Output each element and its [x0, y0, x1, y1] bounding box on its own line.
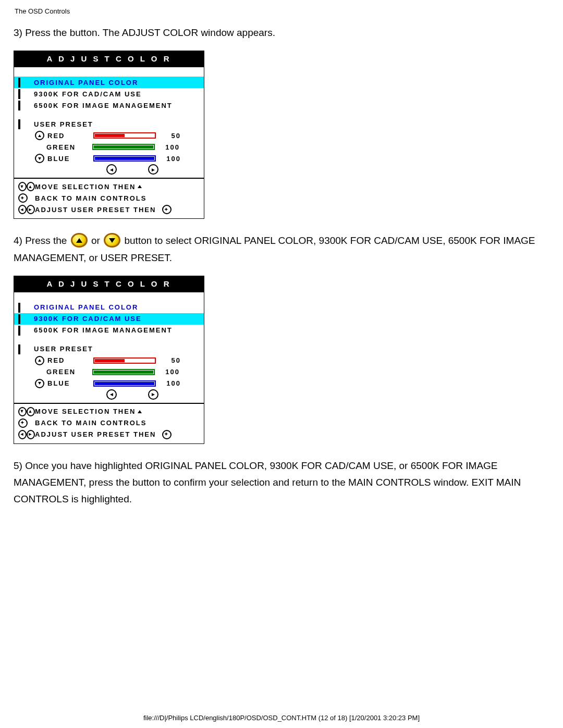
osd-item-user-preset: USER PRESET — [14, 118, 204, 130]
rgb-label: RED — [47, 132, 89, 140]
osd-foot-label: MOVE SELECTION THEN — [35, 408, 136, 415]
preset-box-icon — [18, 344, 20, 354]
slider-red — [93, 357, 156, 364]
osd-item-label: 6500K FOR IMAGE MANAGEMENT — [34, 326, 173, 334]
rgb-label: BLUE — [47, 379, 89, 387]
ok-icon: ✦ — [18, 418, 28, 428]
text-fragment: or — [91, 235, 103, 246]
osd-foot-line-1: ▼▲ MOVE SELECTION THEN — [18, 181, 200, 192]
color-swatch-icon — [18, 303, 20, 313]
preset-box-icon — [18, 89, 20, 99]
osd-item-label: 6500K FOR IMAGE MANAGEMENT — [34, 102, 173, 109]
rgb-label: BLUE — [47, 155, 89, 163]
osd-item-6500k: 6500K FOR IMAGE MANAGEMENT — [14, 100, 204, 111]
osd-foot-label: ADJUST USER PRESET THEN — [35, 430, 156, 438]
osd-item-6500k: 6500K FOR IMAGE MANAGEMENT — [14, 325, 204, 336]
osd-foot-line-3: ◄► ADJUST USER PRESET THEN ✦ — [18, 429, 200, 440]
osd-window-2: A D J U S T C O L O R ORIGINAL PANEL COL… — [14, 276, 204, 444]
osd-item-9300k: 9300K FOR CAD/CAM USE — [14, 313, 204, 325]
osd-title: A D J U S T C O L O R — [14, 51, 204, 67]
osd-item-9300k: 9300K FOR CAD/CAM USE — [14, 88, 204, 100]
left-arrow-icon: ◄ — [18, 430, 27, 439]
left-arrow-icon: ◄ — [18, 205, 27, 214]
rgb-row-red: RED 50 — [14, 130, 204, 141]
rgb-value: 100 — [159, 143, 180, 151]
down-arrow-icon: ▼ — [18, 182, 27, 191]
rgb-value: 50 — [160, 132, 181, 140]
osd-foot-line-1: ▼▲ MOVE SELECTION THEN — [18, 406, 200, 417]
osd-item-original: ORIGINAL PANEL COLOR — [14, 77, 204, 88]
rgb-row-blue: BLUE 100 — [14, 153, 204, 164]
osd-item-label: ORIGINAL PANEL COLOR — [34, 79, 138, 87]
up-arrow-icon — [35, 131, 44, 140]
preset-box-icon — [18, 314, 20, 324]
right-arrow-icon: ► — [27, 205, 35, 214]
osd-foot-line-2: ✦ BACK TO MAIN CONTROLS — [18, 417, 200, 429]
left-arrow-icon: ◄ — [106, 389, 117, 400]
osd-title: A D J U S T C O L O R — [14, 276, 204, 292]
down-button-icon — [104, 233, 120, 248]
down-arrow-icon — [35, 379, 44, 388]
osd-foot-line-2: ✦ BACK TO MAIN CONTROLS — [18, 192, 200, 204]
preset-box-icon — [18, 326, 20, 336]
up-arrow-icon: ▲ — [27, 182, 35, 191]
osd-item-user-preset: USER PRESET — [14, 343, 204, 355]
osd-item-original: ORIGINAL PANEL COLOR — [14, 302, 204, 313]
left-right-arrows: ◄ ► — [61, 164, 204, 175]
rgb-label: RED — [47, 356, 89, 364]
page-footer: file:///D|/Philips LCD/english/180P/OSD/… — [0, 714, 563, 722]
osd-foot-label: MOVE SELECTION THEN — [35, 183, 136, 191]
rgb-value: 100 — [159, 368, 180, 376]
rgb-row-blue: BLUE 100 — [14, 378, 204, 389]
enter-icon — [138, 185, 142, 188]
slider-blue — [93, 380, 156, 387]
left-arrow-icon: ◄ — [106, 164, 117, 175]
preset-box-icon — [18, 101, 20, 110]
slider-blue — [93, 155, 156, 162]
rgb-row-red: RED 50 — [14, 355, 204, 366]
osd-foot-label: BACK TO MAIN CONTROLS — [35, 194, 146, 202]
osd-item-label: 9300K FOR CAD/CAM USE — [34, 315, 142, 323]
rgb-row-green: GREEN 100 — [14, 141, 204, 153]
up-arrow-icon: ▲ — [27, 407, 35, 416]
down-arrow-icon — [35, 154, 44, 163]
step-5-text: 5) Once you have highlighted ORIGINAL PA… — [14, 458, 549, 508]
osd-foot-label: ADJUST USER PRESET THEN — [35, 206, 156, 214]
down-arrow-icon: ▼ — [18, 407, 27, 416]
rgb-value: 100 — [160, 379, 181, 387]
text-fragment: 4) Press the — [14, 235, 70, 246]
slider-green — [92, 144, 155, 150]
page-header: The OSD Controls — [15, 7, 549, 15]
step-3-text: 3) Press the button. The ADJUST COLOR wi… — [14, 24, 549, 41]
right-arrow-icon: ► — [148, 389, 158, 400]
enter-icon — [138, 410, 142, 413]
osd-item-label: USER PRESET — [34, 120, 93, 128]
ok-icon: ✦ — [162, 430, 172, 439]
rgb-row-green: GREEN 100 — [14, 366, 204, 378]
right-arrow-icon: ► — [27, 430, 35, 439]
rgb-value: 100 — [160, 155, 181, 163]
osd-foot-label: BACK TO MAIN CONTROLS — [35, 419, 146, 427]
slider-green — [92, 369, 155, 375]
right-arrow-icon: ► — [148, 164, 158, 175]
preset-box-icon — [18, 119, 20, 129]
ok-icon: ✦ — [18, 193, 28, 203]
osd-item-label: ORIGINAL PANEL COLOR — [34, 303, 138, 311]
step-4-text: 4) Press the or button to select ORIGINA… — [14, 232, 549, 266]
up-arrow-icon — [35, 356, 44, 365]
osd-item-label: 9300K FOR CAD/CAM USE — [34, 90, 142, 98]
slider-red — [93, 132, 156, 139]
rgb-label: GREEN — [46, 368, 88, 376]
osd-window-1: A D J U S T C O L O R ORIGINAL PANEL COL… — [14, 51, 204, 219]
osd-foot-line-3: ◄► ADJUST USER PRESET THEN ✦ — [18, 204, 200, 215]
up-button-icon — [71, 233, 88, 248]
left-right-arrows: ◄ ► — [61, 389, 204, 400]
color-swatch-icon — [18, 78, 20, 88]
ok-icon: ✦ — [162, 205, 172, 214]
rgb-label: GREEN — [46, 143, 88, 151]
rgb-value: 50 — [160, 356, 181, 364]
osd-item-label: USER PRESET — [34, 345, 93, 353]
